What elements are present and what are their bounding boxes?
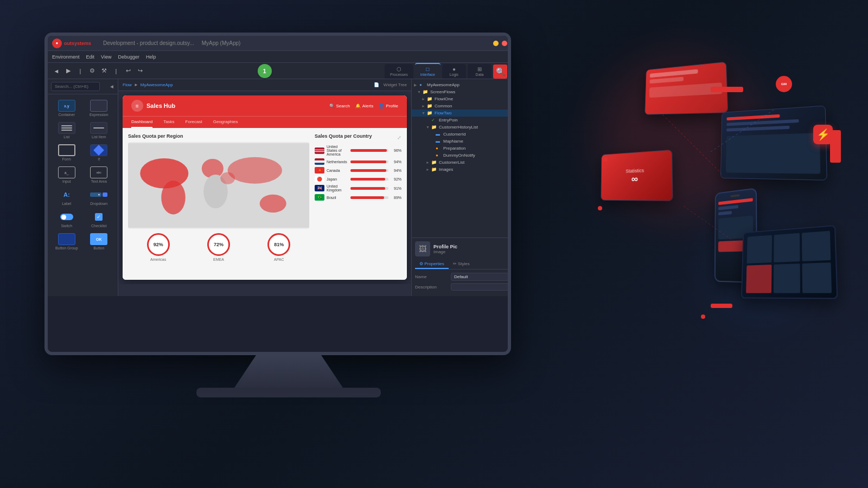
outsystems-icon-right: ⚡ (813, 125, 833, 144)
prop-name-value[interactable]: Default (451, 273, 508, 281)
tree-preparation[interactable]: ● Preparation (412, 145, 508, 152)
prop-tab-styles[interactable]: ✏ Styles (449, 260, 474, 269)
menu-environment[interactable]: Environment (52, 54, 80, 60)
tree-flowone[interactable]: ► 📁 FlowIOne (412, 95, 508, 102)
preparation-label: Preparation (443, 146, 465, 151)
toolbar-build[interactable]: ⚒ (100, 67, 108, 75)
tree-images[interactable]: ► 📁 Images (412, 166, 508, 173)
widget-dropdown[interactable]: ▼ Dropdown (84, 187, 115, 208)
search-input[interactable] (51, 82, 100, 91)
red-accent-3 (711, 304, 732, 308)
canvas-area[interactable]: ≡ Sales Hub 🔍 Search (118, 91, 411, 296)
country-list: United States of America 96% (315, 145, 401, 201)
toolbar-redo[interactable]: ↪ (136, 67, 144, 75)
toolbar-back[interactable]: ◄ (52, 67, 61, 75)
prop-tabs: ⚙ Properties ✏ Styles (415, 260, 508, 269)
tree-entrypoint[interactable]: ✓ EntryPoin (412, 117, 508, 124)
data-icon: ⊞ (477, 66, 482, 72)
ide-title-app: MyApp (MyApp) (202, 40, 241, 46)
breadcrumb-sep1: ► (134, 82, 138, 87)
toolbar-settings[interactable]: ⚙ (88, 67, 97, 75)
notification-badge[interactable]: 1 (258, 64, 272, 78)
app-profile-action[interactable]: 👤 Profile (379, 104, 398, 108)
prop-properties-label: Properties (424, 261, 444, 266)
prop-desc-value[interactable] (451, 283, 508, 291)
button-group-icon (58, 233, 75, 245)
flag-us (315, 147, 324, 154)
ide-toolbar: ◄ ▶ | ⚙ ⚒ | ↩ ↪ 1 ⬡ (48, 63, 508, 79)
prop-tab-properties[interactable]: ⚙ Properties (415, 260, 449, 269)
tab-interface[interactable]: □ Interface (415, 63, 441, 79)
nav-dashboard[interactable]: Dashboard (131, 117, 152, 128)
country-bar-us (350, 149, 387, 152)
nav-tasks[interactable]: Tasks (163, 117, 174, 128)
widget-switch[interactable]: Switch (51, 209, 82, 230)
entrypoint-icon: ✓ (431, 118, 438, 123)
widget-label[interactable]: A: Label (51, 187, 82, 208)
menu-edit[interactable]: Edit (86, 54, 95, 60)
ide-body: ◄ x.y Container Expression (48, 79, 508, 296)
menu-debugger[interactable]: Debugger (118, 54, 139, 60)
win-close-button[interactable] (502, 41, 507, 46)
tree-mapname[interactable]: ▬ MapName (412, 138, 508, 145)
widget-form[interactable]: Form (51, 142, 82, 163)
widget-list[interactable]: List (51, 120, 82, 141)
red-accent-2 (830, 130, 841, 163)
search-button[interactable]: 🔍 (493, 65, 507, 79)
list-icon (58, 122, 75, 134)
breadcrumb-flow[interactable]: Flow (123, 82, 132, 87)
toolbar-forward[interactable]: ▶ (64, 67, 73, 75)
app-search-icon: 🔍 (329, 104, 335, 108)
region-circles: 92% Americas 72% (128, 233, 309, 261)
tree-screenflows[interactable]: ▼ 📁 ScreenFlows (412, 88, 508, 95)
red-badge-gir: GIR (776, 76, 792, 92)
tree-customerid[interactable]: ▬ CustomerId (412, 131, 508, 138)
widget-checklist[interactable]: ✓ Checklist (84, 209, 115, 230)
tree-dummyonnotify[interactable]: ● DummyOnNotify (412, 152, 508, 159)
widget-textarea[interactable]: abc Text Area (84, 164, 115, 185)
app-body: Sales Quota per Region (123, 128, 407, 280)
region-americas: 92% Americas (147, 233, 170, 261)
widget-list-item[interactable]: List Item (84, 120, 115, 141)
toolbar-undo[interactable]: ↩ (124, 67, 132, 75)
svg-point-5 (228, 157, 282, 184)
flowtwo-icon: 📁 (427, 111, 433, 115)
breadcrumb-app[interactable]: MyAwesomeApp (141, 82, 173, 87)
menu-help[interactable]: Help (146, 54, 156, 60)
flowtwo-label: FlowTwo (435, 111, 452, 115)
widget-expression[interactable]: Expression (84, 98, 115, 119)
images-label: Images (439, 167, 453, 172)
tab-data[interactable]: ⊞ Data (468, 64, 492, 79)
emea-circle: 72% (207, 233, 230, 256)
app-search-action[interactable]: 🔍 Search (329, 104, 350, 108)
nav-forecast[interactable]: Forecast (186, 117, 202, 128)
panel-collapse-button[interactable]: ◄ (109, 84, 114, 89)
expand-icon[interactable]: ⤢ (397, 135, 401, 140)
widget-container[interactable]: x.y Container (51, 98, 82, 119)
country-title-row: Sales Quota per Country ⤢ (315, 133, 401, 142)
widget-button-group[interactable]: Button Group (51, 231, 82, 252)
americas-value: 92% (154, 242, 163, 247)
tree-flowtwo[interactable]: ▼ 📁 FlowTwo (412, 110, 508, 117)
country-bar-jp (350, 178, 385, 181)
tree-customerlist[interactable]: ► 📁 CustomerList (412, 159, 508, 166)
nav-geographies[interactable]: Geographies (213, 117, 238, 128)
tree-customerhistorylist[interactable]: ▼ 📁 CustomerHistoryList (412, 124, 508, 131)
ide-menu-bar: Environment Edit View Debugger Help (48, 51, 508, 63)
widget-if[interactable]: If (84, 142, 115, 163)
widget-input[interactable]: a_ Input (51, 164, 82, 185)
breadcrumb-widget-tree[interactable]: Widget Tree (384, 82, 407, 87)
connect-dot-3 (701, 314, 705, 319)
win-min-button[interactable] (493, 41, 499, 46)
tree-common[interactable]: ► 📁 Common (412, 102, 508, 110)
app-preview: ≡ Sales Hub 🔍 Search (123, 95, 407, 280)
app-alerts-action[interactable]: 🔔 Alerts (355, 104, 373, 108)
widget-button[interactable]: OK Button (84, 231, 115, 252)
map-section: Sales Quota per Region (128, 133, 309, 279)
tab-logic[interactable]: ● Logic (442, 64, 466, 79)
interface-icon: □ (426, 66, 429, 72)
menu-view[interactable]: View (101, 54, 111, 60)
tab-processes[interactable]: ⬡ Processes (385, 64, 413, 79)
tree-root[interactable]: ▶ ● MyAwesomeApp (412, 81, 508, 88)
mapname-icon: ▬ (436, 139, 442, 144)
